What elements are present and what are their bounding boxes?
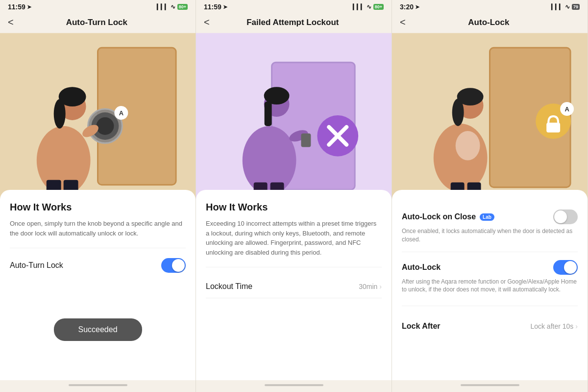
svg-text:A: A — [119, 109, 124, 117]
home-indicator-3 — [461, 384, 519, 386]
auto-lock-header: Auto-Lock — [402, 260, 578, 275]
status-left-3: 3:20 ➤ — [400, 3, 419, 11]
auto-lock-on-close-title: Auto-Lock on Close — [402, 212, 476, 221]
svg-text:A: A — [564, 105, 569, 113]
auto-lock-on-close-block: Auto-Lock on Close Lab Once enabled, it … — [402, 202, 578, 252]
auto-turn-lock-label: Auto-Turn Lock — [10, 261, 63, 270]
lockout-chevron-icon: › — [379, 283, 382, 290]
auto-lock-desc: After using the Aqara remote function or… — [402, 278, 578, 294]
divider-3 — [402, 306, 578, 306]
auto-lock-on-close-title-row: Auto-Lock on Close Lab — [402, 212, 494, 221]
panel-failed-attempt: 11:59 ➤ ▎▎▎ ∿ 80+ < Failed Attempt Locko… — [196, 0, 392, 392]
toggle-knob-lock — [564, 261, 577, 274]
content-area-3: Auto-Lock on Close Lab Once enabled, it … — [392, 190, 588, 380]
svg-point-41 — [456, 131, 480, 160]
page-title-3: Auto-Lock — [410, 18, 568, 27]
auto-lock-toggle[interactable] — [553, 260, 578, 275]
page-title-1: Auto-Turn Lock — [18, 18, 176, 27]
auto-lock-title: Auto-Lock — [402, 263, 441, 272]
how-it-works-title-2: How It Works — [206, 202, 382, 213]
status-right-3: ▎▎▎ ∿ 79 — [551, 3, 580, 10]
how-it-works-desc-2: Exceeding 10 incorrect attempts within a… — [206, 219, 382, 257]
auto-lock-on-close-header: Auto-Lock on Close Lab — [402, 209, 578, 224]
auto-lock-on-close-desc: Once enabled, it locks automatically whe… — [402, 227, 578, 244]
lock-after-value: Lock after 10s — [530, 322, 573, 330]
illustration-1: A — [0, 33, 196, 200]
wifi-icon-3: ∿ — [565, 3, 570, 10]
divider-2 — [206, 267, 382, 267]
home-indicator-1 — [69, 384, 127, 386]
page-title-2: Failed Attempt Lockout — [214, 18, 372, 27]
lockout-time-value-group: 30min › — [359, 283, 382, 290]
nav-bar-1: < Auto-Turn Lock — [0, 13, 196, 33]
signal-icon-2: ▎▎▎ — [353, 4, 365, 10]
status-left-2: 11:59 ➤ — [204, 3, 227, 11]
signal-icon-1: ▎▎▎ — [157, 4, 169, 10]
status-left-1: 11:59 ➤ — [8, 3, 31, 11]
svg-point-22 — [243, 126, 296, 195]
status-bar-2: 11:59 ➤ ▎▎▎ ∿ 80+ — [196, 0, 392, 13]
nav-bar-3: < Auto-Lock — [392, 13, 588, 33]
nav-bar-2: < Failed Attempt Lockout — [196, 13, 392, 33]
svg-rect-25 — [265, 102, 272, 126]
auto-turn-lock-toggle[interactable] — [161, 258, 186, 273]
toggle-knob-close — [554, 210, 567, 223]
auto-lock-block: Auto-Lock After using the Aqara remote f… — [402, 252, 578, 298]
illustration-3: A — [392, 33, 588, 200]
toggle-knob-1 — [172, 259, 185, 272]
auto-lock-on-close-toggle[interactable] — [553, 209, 578, 224]
content-area-1: How It Works Once open, simply turn the … — [0, 190, 196, 380]
location-icon-3: ➤ — [415, 4, 419, 10]
time-3: 3:20 — [400, 3, 414, 11]
how-it-works-desc-1: Once open, simply turn the knob beyond a… — [10, 219, 186, 238]
panel-auto-lock: 3:20 ➤ ▎▎▎ ∿ 79 < Auto-Lock A — [392, 0, 588, 392]
svg-point-5 — [97, 117, 114, 135]
back-button-3[interactable]: < — [400, 17, 406, 28]
battery-badge-2: 80+ — [373, 4, 384, 10]
signal-icon-3: ▎▎▎ — [551, 4, 563, 10]
svg-point-40 — [452, 99, 464, 126]
lock-after-chevron-icon: › — [575, 322, 578, 330]
back-button-2[interactable]: < — [204, 17, 210, 28]
lab-badge: Lab — [480, 213, 494, 221]
succeeded-button[interactable]: Succeeded — [53, 318, 142, 341]
status-right-2: ▎▎▎ ∿ 80+ — [353, 3, 384, 10]
illustration-svg-1: A — [0, 33, 196, 200]
battery-badge-1: 80+ — [177, 4, 188, 10]
svg-rect-27 — [301, 133, 311, 147]
status-bar-3: 3:20 ➤ ▎▎▎ ∿ 79 — [392, 0, 588, 13]
content-area-2: How It Works Exceeding 10 incorrect atte… — [196, 190, 392, 380]
status-right-1: ▎▎▎ ∿ 80+ — [157, 3, 188, 10]
how-it-works-title-1: How It Works — [10, 202, 186, 213]
panel-auto-turn-lock: 11:59 ➤ ▎▎▎ ∿ 80+ < Auto-Turn Lock — [0, 0, 196, 392]
svg-point-12 — [54, 99, 66, 129]
illustration-svg-2 — [196, 33, 392, 200]
lock-after-value-group: Lock after 10s › — [530, 322, 578, 330]
lockout-time-value: 30min — [359, 283, 377, 290]
lock-after-row[interactable]: Lock After Lock after 10s › — [402, 314, 578, 339]
auto-turn-lock-row: Auto-Turn Lock — [10, 256, 186, 275]
back-button-1[interactable]: < — [8, 17, 14, 28]
battery-badge-3: 79 — [572, 4, 580, 10]
wifi-icon-2: ∿ — [367, 3, 371, 10]
home-indicator-2 — [265, 384, 323, 386]
illustration-svg-3: A — [392, 33, 588, 200]
wifi-icon-1: ∿ — [171, 3, 175, 10]
divider-1 — [10, 248, 186, 248]
lock-after-label: Lock After — [402, 322, 441, 331]
status-bar-1: 11:59 ➤ ▎▎▎ ∿ 80+ — [0, 0, 196, 13]
location-icon-2: ➤ — [223, 4, 227, 10]
lockout-time-row[interactable]: Lockout Time 30min › — [206, 275, 382, 298]
time-2: 11:59 — [204, 3, 221, 11]
time-1: 11:59 — [8, 3, 25, 11]
illustration-2 — [196, 33, 392, 200]
lockout-time-label: Lockout Time — [206, 282, 252, 291]
svg-rect-34 — [546, 123, 560, 132]
location-icon-1: ➤ — [27, 4, 31, 10]
auto-lock-title-row: Auto-Lock — [402, 263, 441, 272]
